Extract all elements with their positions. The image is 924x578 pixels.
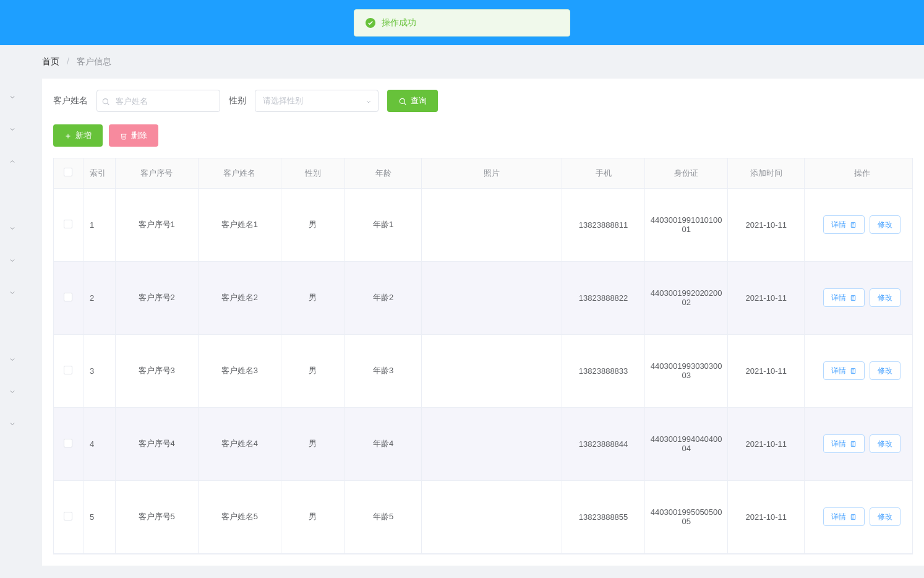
th-gender: 性别 [281, 158, 344, 188]
cell-name: 客户姓名3 [198, 334, 281, 407]
edit-label: 修改 [878, 439, 892, 449]
th-phone: 手机 [562, 158, 644, 188]
cell-photo [421, 188, 562, 261]
cell-age: 年龄1 [345, 188, 422, 261]
cell-code: 客户序号2 [115, 261, 198, 334]
edit-button[interactable]: 修改 [870, 288, 900, 307]
row-checkbox[interactable] [64, 439, 72, 447]
cell-name: 客户姓名1 [198, 188, 281, 261]
sidebar-collapsed [0, 45, 25, 566]
row-checkbox[interactable] [64, 220, 72, 228]
edit-button[interactable]: 修改 [870, 434, 900, 453]
detail-label: 详情 [831, 293, 846, 303]
breadcrumb: 首页 / 客户信息 [25, 45, 924, 79]
breadcrumb-current: 客户信息 [77, 56, 111, 66]
detail-label: 详情 [831, 439, 846, 449]
cell-index: 3 [83, 334, 115, 407]
cell-time: 2021-10-11 [728, 480, 805, 553]
select-all-checkbox[interactable] [64, 168, 72, 176]
th-actions: 操作 [805, 158, 913, 188]
customer-table: 索引 客户序号 客户姓名 性别 年龄 照片 手机 身份证 添加时间 操作 1客户… [54, 158, 913, 554]
cell-index: 2 [83, 261, 115, 334]
add-button[interactable]: 新增 [53, 124, 103, 147]
document-icon [850, 512, 857, 521]
name-input[interactable] [96, 90, 220, 112]
sidebar-toggle-8[interactable] [0, 376, 25, 408]
cell-name: 客户姓名2 [198, 261, 281, 334]
edit-button[interactable]: 修改 [870, 507, 900, 526]
detail-label: 详情 [831, 366, 846, 376]
detail-button[interactable]: 详情 [823, 507, 865, 526]
th-index: 索引 [83, 158, 115, 188]
th-name: 客户姓名 [198, 158, 281, 188]
cell-gender: 男 [281, 480, 344, 553]
plus-icon [64, 131, 72, 140]
row-checkbox[interactable] [64, 366, 72, 374]
cell-age: 年龄2 [345, 261, 422, 334]
sidebar-toggle-6[interactable] [0, 277, 25, 309]
table-wrap: 索引 客户序号 客户姓名 性别 年龄 照片 手机 身份证 添加时间 操作 1客户… [53, 158, 913, 554]
detail-button[interactable]: 详情 [823, 434, 865, 453]
cell-time: 2021-10-11 [728, 407, 805, 480]
row-checkbox[interactable] [64, 512, 72, 520]
edit-label: 修改 [878, 366, 892, 376]
edit-button[interactable]: 修改 [870, 361, 900, 380]
name-label: 客户姓名 [53, 95, 88, 106]
top-header: 操作成功 [0, 0, 924, 45]
cell-code: 客户序号5 [115, 480, 198, 553]
cell-age: 年龄4 [345, 407, 422, 480]
sidebar-toggle-4[interactable] [0, 212, 25, 244]
sidebar-toggle-5[interactable] [0, 244, 25, 277]
edit-button[interactable]: 修改 [870, 215, 900, 234]
detail-button[interactable]: 详情 [823, 215, 865, 234]
cell-index: 1 [83, 188, 115, 261]
svg-line-1 [108, 103, 109, 105]
cell-code: 客户序号3 [115, 334, 198, 407]
query-label: 查询 [411, 95, 427, 106]
gender-label: 性别 [229, 95, 246, 106]
sidebar-toggle-3[interactable] [0, 145, 25, 178]
cell-gender: 男 [281, 334, 344, 407]
table-row: 1客户序号1客户姓名1男年龄11382388881144030019910101… [54, 188, 913, 261]
edit-label: 修改 [878, 293, 892, 303]
th-code: 客户序号 [115, 158, 198, 188]
delete-button[interactable]: 删除 [109, 124, 158, 147]
th-age: 年龄 [345, 158, 422, 188]
main-content: 首页 / 客户信息 客户姓名 性别 请选择性别 [25, 45, 924, 566]
chevron-down-icon [365, 97, 372, 106]
cell-age: 年龄5 [345, 480, 422, 553]
cell-code: 客户序号4 [115, 407, 198, 480]
name-input-wrap [96, 90, 220, 112]
sidebar-toggle-1[interactable] [0, 81, 25, 113]
table-row: 5客户序号5客户姓名5男年龄51382388885544030019950505… [54, 480, 913, 553]
cell-time: 2021-10-11 [728, 261, 805, 334]
cell-index: 4 [83, 407, 115, 480]
delete-label: 删除 [131, 130, 147, 141]
cell-idcard: 440300199101010001 [645, 188, 728, 261]
breadcrumb-home[interactable]: 首页 [42, 56, 59, 66]
cell-photo [421, 407, 562, 480]
table-row: 4客户序号4客户姓名4男年龄41382388884444030019940404… [54, 407, 913, 480]
edit-label: 修改 [878, 220, 892, 230]
query-button[interactable]: 查询 [387, 90, 438, 112]
svg-point-0 [103, 98, 108, 103]
detail-button[interactable]: 详情 [823, 288, 865, 307]
breadcrumb-separator: / [67, 56, 69, 66]
cell-name: 客户姓名5 [198, 480, 281, 553]
gender-select[interactable]: 请选择性别 [255, 90, 379, 112]
trash-icon [120, 131, 127, 140]
cell-time: 2021-10-11 [728, 188, 805, 261]
sidebar-toggle-9[interactable] [0, 408, 25, 440]
row-checkbox[interactable] [64, 293, 72, 301]
table-row: 3客户序号3客户姓名3男年龄31382388883344030019930303… [54, 334, 913, 407]
detail-button[interactable]: 详情 [823, 361, 865, 380]
cell-idcard: 440300199303030003 [645, 334, 728, 407]
search-form: 客户姓名 性别 请选择性别 查询 [53, 90, 913, 112]
detail-label: 详情 [831, 512, 846, 522]
success-toast: 操作成功 [354, 9, 570, 37]
sidebar-toggle-7[interactable] [0, 343, 25, 376]
cell-phone: 13823888811 [562, 188, 644, 261]
sidebar-toggle-2[interactable] [0, 113, 25, 145]
th-time: 添加时间 [728, 158, 805, 188]
cell-photo [421, 334, 562, 407]
